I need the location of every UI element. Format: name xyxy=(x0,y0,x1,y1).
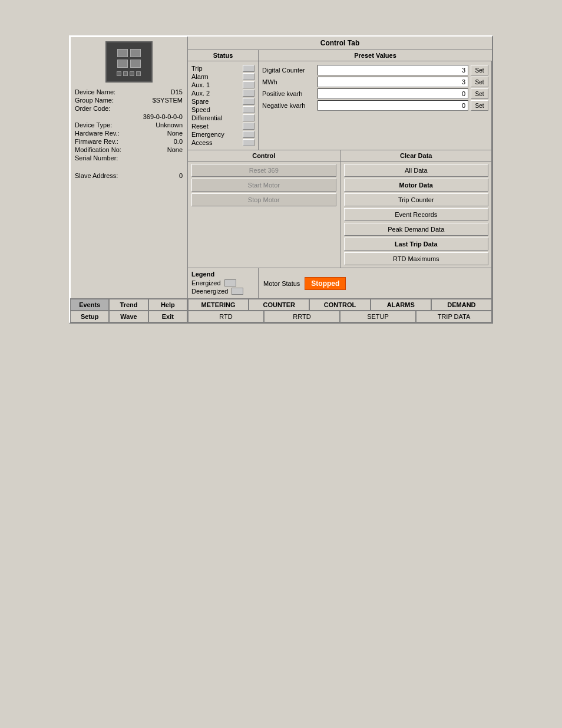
bottom-left-tab-row1: EventsTrendHelp xyxy=(70,299,187,311)
firmware-rev-label: Firmware Rev.: xyxy=(75,138,118,145)
preset-column: Digital Counter Set MWh Set Positive kva… xyxy=(259,61,492,150)
hardware-rev-label: Hardware Rev.: xyxy=(75,130,120,137)
control-button: Start Motor xyxy=(191,179,336,192)
group-name-row: Group Name: $SYSTEM xyxy=(75,97,183,104)
firmware-rev-row: Firmware Rev.: 0.0 xyxy=(75,138,183,145)
bottom-left-tab2[interactable]: Setup xyxy=(70,311,109,322)
bottom-left-tab[interactable]: Trend xyxy=(109,299,148,311)
status-item: Spare xyxy=(191,98,254,105)
status-column: TripAlarmAux. 1Aux. 2SpareSpeedDifferent… xyxy=(188,61,259,150)
device-type-row: Device Type: Unknown xyxy=(75,121,183,129)
bottom-left-tab[interactable]: Help xyxy=(148,299,187,311)
group-name-label: Group Name: xyxy=(75,97,114,104)
bottom-left-tab-row2: SetupWaveExit xyxy=(70,311,187,322)
control-button: Stop Motor xyxy=(191,193,336,206)
order-code-value: 369-0-0-0-0-0 xyxy=(75,113,183,120)
legend-led xyxy=(224,279,236,286)
bottom-right-tab2[interactable]: SETUP xyxy=(340,311,416,322)
preset-row: Negative kvarh Set xyxy=(262,100,488,111)
clear-buttons-col: All DataMotor DataTrip CounterEvent Reco… xyxy=(340,162,492,268)
bottom-right-tab-row1: METERINGCOUNTERCONTROLALARMSDEMAND xyxy=(188,299,492,311)
bottom-left-tab2[interactable]: Exit xyxy=(148,311,187,322)
legend-item: Deenergized xyxy=(191,288,254,295)
legend-col: Legend EnergizedDeenergized xyxy=(188,268,259,298)
set-button[interactable]: Set xyxy=(471,100,488,111)
preset-input[interactable] xyxy=(318,65,468,75)
order-code-label: Order Code: xyxy=(75,105,111,112)
modification-value: None xyxy=(167,146,183,153)
slave-label: Slave Address: xyxy=(75,172,118,179)
motor-status-label: Motor Status xyxy=(263,280,300,287)
bottom-right-tab[interactable]: DEMAND xyxy=(431,299,492,311)
bottom-right-tab2[interactable]: RTD xyxy=(188,311,264,322)
modification-row: Modification No: None xyxy=(75,146,183,153)
status-item: Differential xyxy=(191,114,254,121)
bottom-right-tab-row2: RTDRRTDSETUPTRIP DATA xyxy=(188,311,492,322)
status-item: Trip xyxy=(191,65,254,72)
order-code-label-row: Order Code: xyxy=(75,105,183,112)
status-item: Access xyxy=(191,139,254,146)
status-led xyxy=(243,65,254,72)
motor-status-badge: Stopped xyxy=(305,277,346,290)
status-item: Emergency xyxy=(191,131,254,138)
status-header: Status xyxy=(188,50,259,61)
modification-label: Modification No: xyxy=(75,146,121,153)
preset-label: Negative kvarh xyxy=(262,102,315,109)
serial-row: Serial Number: xyxy=(75,154,183,162)
bottom-left-tab[interactable]: Events xyxy=(70,299,109,311)
legend-title: Legend xyxy=(191,271,254,278)
group-name-value: $SYSTEM xyxy=(153,97,183,104)
bottom-right-tab[interactable]: COUNTER xyxy=(249,299,309,311)
bottom-right-tab[interactable]: CONTROL xyxy=(309,299,370,311)
clear-button[interactable]: Last Trip Data xyxy=(344,238,489,251)
status-led xyxy=(243,131,254,138)
control-buttons-col: Reset 369Start MotorStop Motor xyxy=(188,162,340,268)
clear-button[interactable]: All Data xyxy=(344,164,489,177)
bottom-left-tab2[interactable]: Wave xyxy=(109,311,148,322)
bottom-right-tab[interactable]: METERING xyxy=(188,299,249,311)
preset-header: Preset Values xyxy=(259,50,492,61)
status-led xyxy=(243,73,254,80)
bottom-right-tab[interactable]: ALARMS xyxy=(371,299,431,311)
clear-button[interactable]: Peak Demand Data xyxy=(344,223,489,236)
device-type-label: Device Type: xyxy=(75,121,112,129)
preset-label: MWh xyxy=(262,78,315,85)
preset-row: MWh Set xyxy=(262,77,488,87)
clear-data-header: Clear Data xyxy=(340,150,492,161)
preset-input[interactable] xyxy=(318,77,468,87)
status-led xyxy=(243,90,254,97)
device-name-label: Device Name: xyxy=(75,88,115,95)
hardware-rev-row: Hardware Rev.: None xyxy=(75,130,183,137)
control-tab-title: Control Tab xyxy=(188,37,492,50)
slave-value: 0 xyxy=(179,172,183,179)
device-name-row: Device Name: D15 xyxy=(75,88,183,95)
set-button[interactable]: Set xyxy=(471,88,488,99)
control-header: Control xyxy=(188,150,340,161)
status-item: Aux. 2 xyxy=(191,90,254,97)
bottom-right-tab2[interactable]: TRIP DATA xyxy=(416,311,492,322)
preset-input[interactable] xyxy=(318,88,468,99)
device-name-value: D15 xyxy=(171,88,183,95)
clear-button[interactable]: Motor Data xyxy=(344,179,489,192)
status-led xyxy=(243,81,254,88)
status-led xyxy=(243,106,254,113)
status-item: Aux. 1 xyxy=(191,81,254,88)
preset-row: Digital Counter Set xyxy=(262,65,488,75)
preset-input[interactable] xyxy=(318,100,468,111)
bottom-right-tab2[interactable]: RRTD xyxy=(264,311,340,322)
set-button[interactable]: Set xyxy=(471,77,488,87)
status-led xyxy=(243,139,254,146)
clear-button[interactable]: Event Records xyxy=(344,208,489,221)
set-button[interactable]: Set xyxy=(471,65,488,75)
clear-button[interactable]: RTD Maximums xyxy=(344,252,489,265)
serial-label: Serial Number: xyxy=(75,154,118,162)
control-button: Reset 369 xyxy=(191,164,336,177)
clear-button[interactable]: Trip Counter xyxy=(344,193,489,206)
preset-label: Digital Counter xyxy=(262,67,315,74)
status-led xyxy=(243,98,254,105)
status-item: Alarm xyxy=(191,73,254,80)
slave-address-row: Slave Address: 0 xyxy=(75,172,183,179)
hardware-rev-value: None xyxy=(167,130,183,137)
firmware-rev-value: 0.0 xyxy=(174,138,183,145)
status-led xyxy=(243,114,254,121)
